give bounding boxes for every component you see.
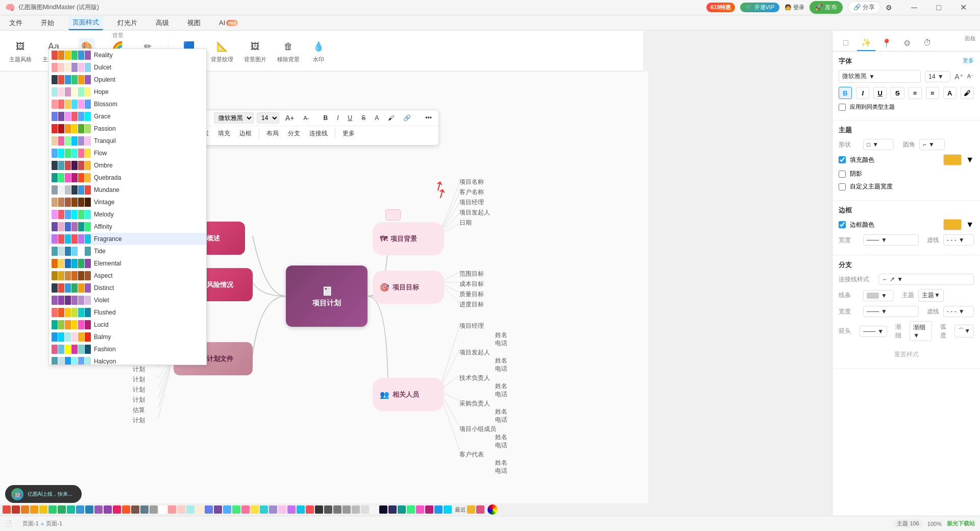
theme-row-fragrance[interactable]: Fragrance [49,233,206,245]
palette-grey[interactable] [150,505,158,514]
minimize-btn[interactable]: ─ [902,0,926,15]
ft-branch[interactable]: 分支 [285,128,303,139]
menu-advanced[interactable]: 高级 [152,16,173,30]
theme-row-opulent[interactable]: Opulent [49,74,206,86]
reset-style-btn[interactable]: 重置样式 [894,351,919,358]
ft-fill[interactable]: 填充 [215,128,233,139]
tab-location[interactable]: 📍 [877,35,896,51]
theme-row-aspect[interactable]: Aspect [49,270,206,282]
toolbar-bg-texture[interactable]: 📐 背景纹理 [207,36,237,65]
font-strike-btn[interactable]: S [891,87,904,99]
palette-light-grey[interactable] [352,505,360,514]
ft-decrease-font[interactable]: A- [301,114,312,122]
palette-bright-green[interactable] [407,505,415,514]
theme-row-elemental[interactable]: Elemental [49,257,206,270]
palette-blue[interactable] [76,505,84,514]
toolbar-theme-style[interactable]: 🖼 主题风格 [5,36,36,65]
palette-blush[interactable] [278,505,286,514]
palette-lime[interactable] [232,505,240,514]
palette-rose[interactable] [241,505,250,514]
palette-medium-grey[interactable] [333,505,341,514]
theme-row-affinity[interactable]: Affinity [49,221,206,233]
palette-midnight[interactable] [379,505,387,514]
theme-row-distinct[interactable]: Distinct [49,282,206,294]
font-increase[interactable]: A⁺ [954,73,963,81]
font-name-select[interactable]: 微软雅黑 ▼ [839,70,921,83]
font-size-select[interactable]: 14 ▼ [925,71,950,82]
palette-near-white[interactable] [370,505,378,514]
palette-orange[interactable] [21,505,29,514]
palette-navy[interactable] [388,505,397,514]
branch-curve-select[interactable]: ⌒▼ [954,325,974,337]
palette-teal[interactable] [67,505,75,514]
font-bold-btn[interactable]: B [839,87,852,99]
palette-dark-green[interactable] [58,505,66,514]
fill-color-picker[interactable] [943,154,962,165]
theme-row-balmy[interactable]: Balmy [49,331,206,343]
ft-font-select[interactable]: 微软雅黑 [214,112,254,124]
branch-arrow-select[interactable]: ——▼ [860,326,887,337]
ft-strikethrough[interactable]: S [358,113,369,123]
font-decrease[interactable]: A⁻ [967,73,974,80]
ai-bubble[interactable]: 🤖 亿图AI上线，快来... [5,485,82,503]
font-bg-btn[interactable]: 🖌 [961,87,974,99]
maximize-btn[interactable]: □ [927,0,950,15]
share-btn[interactable]: 🔗 分享 [848,1,880,14]
palette-yellow[interactable] [39,505,47,514]
branch-thin-select[interactable]: 渐细▼ [910,321,932,341]
palette-charcoal[interactable] [324,505,332,514]
shape-select[interactable]: □▼ [863,139,894,150]
publish-btn[interactable]: 🚀 发布 [810,1,842,14]
palette-recent-2[interactable] [476,505,484,514]
theme-row-melody[interactable]: Melody [49,208,206,221]
palette-light-pink[interactable] [168,505,176,514]
font-underline-btn[interactable]: U [873,87,887,99]
font-more-btn[interactable]: 更多 [963,57,974,66]
branch-main-select[interactable]: 主题▼ [918,289,944,302]
branch-line-color-select[interactable]: ▼ [863,290,894,301]
settings-btn[interactable]: ⚙ [886,4,892,12]
center-node[interactable]: 🖥 项目计划 [286,266,368,327]
theme-row-lucid[interactable]: Lucid [49,319,206,331]
fill-color-checkbox[interactable] [839,156,846,163]
theme-row-quebrada[interactable]: Quebrada [49,172,206,184]
palette-purple[interactable] [94,505,103,514]
palette-dark-red[interactable] [12,505,20,514]
ft-increase-font[interactable]: A+ [282,113,298,123]
palette-sky[interactable] [223,505,231,514]
shadow-checkbox[interactable] [839,171,846,178]
node-people[interactable]: 👥 相关人员 [373,378,444,411]
palette-deep-orange[interactable] [122,505,130,514]
menu-view[interactable]: 视图 [183,16,205,30]
toolbar-bg-image[interactable]: 🖼 背景图片 [240,36,271,65]
ft-layout[interactable]: 布局 [263,128,282,139]
ft-bold[interactable]: B [321,113,331,123]
border-style-select[interactable]: - - -▼ [943,234,974,246]
border-color-picker[interactable] [943,219,962,230]
theme-row-flow[interactable]: Flow [49,147,206,159]
theme-row-ombre[interactable]: Ombre [49,159,206,172]
palette-cream[interactable] [195,505,204,514]
btn-vip[interactable]: 🛒 开通VIP [740,3,779,12]
palette-near-black[interactable] [315,505,323,514]
palette-recent-1[interactable] [467,505,475,514]
theme-row-halcyon[interactable]: Halcyon [49,355,206,365]
palette-dark-blue[interactable] [85,505,93,514]
theme-row-tranquil[interactable]: Tranquil [49,135,206,147]
font-color-btn[interactable]: A [943,87,957,99]
palette-fuchsia[interactable] [425,505,433,514]
theme-row-fashion[interactable]: Fashion [49,343,206,355]
palette-very-light-grey[interactable] [361,505,369,514]
ft-more2[interactable]: 更多 [339,128,358,139]
theme-row-blossom[interactable]: Blossom [49,98,206,110]
theme-row-vintage[interactable]: Vintage [49,196,206,208]
palette-aqua[interactable] [297,505,305,514]
border-width-select[interactable]: ——▼ [863,234,919,246]
tab-settings[interactable]: ⚙ [898,35,916,51]
palette-blue-grey[interactable] [140,505,149,514]
palette-lavender[interactable] [269,505,277,514]
palette-gold[interactable] [251,505,259,514]
font-align-right-btn[interactable]: ≡ [926,87,939,99]
add-page-btn[interactable]: + [41,521,44,527]
palette-indigo[interactable] [205,505,213,514]
